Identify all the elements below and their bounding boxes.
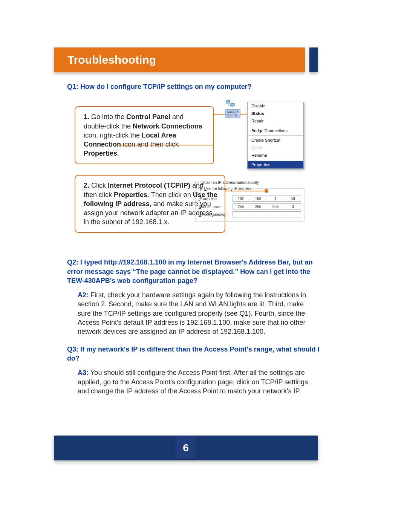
radio-on-icon [199, 187, 202, 191]
context-menu-item[interactable]: Status [248, 110, 303, 117]
context-menu-item[interactable]: Disable [248, 102, 303, 110]
header-accent [309, 47, 318, 72]
a2-text: First, check your hardware settings agai… [78, 291, 306, 335]
radio-off-icon [195, 181, 199, 185]
ip-address-input[interactable]: 192. 168. 1. 50 [233, 196, 301, 202]
step-2-wrap: 2. Click Internet Protocol (TCP/IP) and … [67, 175, 320, 246]
radio-manual[interactable]: Use the following IP address: [199, 186, 252, 191]
svg-rect-0 [226, 100, 230, 103]
context-menu-item[interactable]: Bridge Connections [248, 127, 303, 135]
subnet-mask-label: Subnet mask: [199, 204, 233, 209]
context-menu-item[interactable]: Delete [248, 144, 303, 151]
q2-text: I typed http://192.168.1.100 in my Inter… [67, 258, 313, 284]
content: Q1: How do I configure TCP/IP settings o… [67, 82, 320, 404]
answer-2: A2: First, check your hardware settings … [78, 290, 320, 336]
page-title: Troubleshooting [54, 47, 305, 72]
page-footer: 6 [54, 436, 318, 460]
network-icon [225, 99, 236, 109]
default-gateway-input[interactable]: . . . [233, 211, 301, 217]
step-1-number: 1. [84, 113, 89, 121]
tcpip-dialog: Obtain an IP address automatically Use t… [195, 180, 304, 222]
page-header: Troubleshooting [54, 47, 318, 72]
footer-bar-right [198, 436, 318, 460]
a3-prefix: A3: [78, 369, 90, 376]
context-menu-item[interactable]: Rename [248, 151, 303, 159]
context-menu: DisableStatusRepairBridge ConnectionsCre… [247, 102, 304, 169]
radio-auto[interactable]: Obtain an IP address automatically [195, 180, 304, 185]
a2-prefix: A2: [78, 291, 90, 299]
step-1-wrap: 1. Go into the Control Panel and double-… [67, 99, 320, 160]
q2-prefix: Q2: [67, 258, 80, 266]
context-menu-item[interactable]: Repair [248, 117, 303, 125]
context-menu-item[interactable]: Create Shortcut [248, 136, 303, 144]
a3-text: You should still configure the Access Po… [78, 369, 308, 395]
question-2: Q2: I typed http://192.168.1.100 in my I… [67, 258, 320, 285]
default-gateway-label: Default gateway: [199, 212, 233, 217]
step-1-underline [117, 145, 214, 145]
answer-3: A3: You should still configure the Acces… [78, 368, 320, 396]
step-2-number: 2. [84, 182, 89, 189]
manual-ip-fieldset: Use the following IP address: IP address… [195, 186, 304, 222]
question-1: Q1: How do I configure TCP/IP settings o… [67, 82, 320, 91]
svg-rect-1 [231, 103, 234, 106]
q3-prefix: Q3: [67, 345, 80, 353]
subnet-mask-input[interactable]: 255. 255. 255. 0 [233, 203, 301, 209]
ip-address-label: IP address: [199, 196, 233, 202]
lac-label: Local A Conne [225, 109, 240, 118]
local-area-connection-icon: Local A Conne [225, 99, 246, 118]
footer-bar-left [54, 436, 174, 460]
context-menu-item[interactable]: Properties [248, 161, 303, 168]
step-1-box: 1. Go into the Control Panel and double-… [75, 106, 214, 164]
q1-text: How do I configure TCP/IP settings on my… [80, 83, 252, 90]
q1-prefix: Q1: [67, 83, 80, 90]
question-3: Q3: If my network's IP is different than… [67, 345, 320, 363]
page-number: 6 [174, 436, 198, 460]
q3-text: If my network's IP is different than the… [67, 345, 320, 362]
